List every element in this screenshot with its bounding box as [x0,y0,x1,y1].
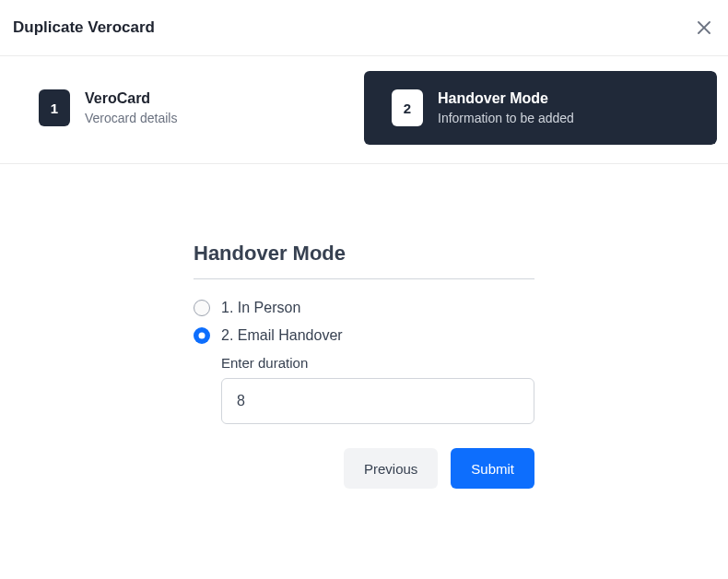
step-subtitle: Verocard details [85,110,177,126]
section-title: Handover Mode [194,242,534,279]
duration-label: Enter duration [221,355,534,371]
step-subtitle: Information to be added [438,110,574,126]
step-title: Handover Mode [438,89,574,107]
step-title: VeroCard [85,89,177,107]
option-email-handover[interactable]: 2. Email Handover [194,327,534,344]
steps-container: 1 VeroCard Verocard details 2 Handover M… [0,56,728,164]
form-actions: Previous Submit [194,448,534,489]
step-number: 2 [392,89,423,126]
radio-in-person[interactable] [194,300,210,316]
form-content: Handover Mode 1. In Person 2. Email Hand… [194,242,534,489]
modal-title: Duplicate Verocard [13,18,155,37]
previous-button[interactable]: Previous [344,448,438,489]
modal-header: Duplicate Verocard [0,0,728,56]
step-handover-mode[interactable]: 2 Handover Mode Information to be added [364,71,717,145]
duration-input[interactable] [221,378,534,424]
step-verocard[interactable]: 1 VeroCard Verocard details [11,71,364,145]
submit-button[interactable]: Submit [451,448,534,489]
radio-email-handover[interactable] [194,327,210,344]
handover-options: 1. In Person 2. Email Handover Enter dur… [194,300,534,424]
close-icon [697,20,711,35]
option-in-person[interactable]: 1. In Person [194,300,534,316]
option-label: 1. In Person [221,300,300,316]
close-button[interactable] [693,17,715,39]
step-number: 1 [39,89,70,126]
option-label: 2. Email Handover [221,327,343,344]
